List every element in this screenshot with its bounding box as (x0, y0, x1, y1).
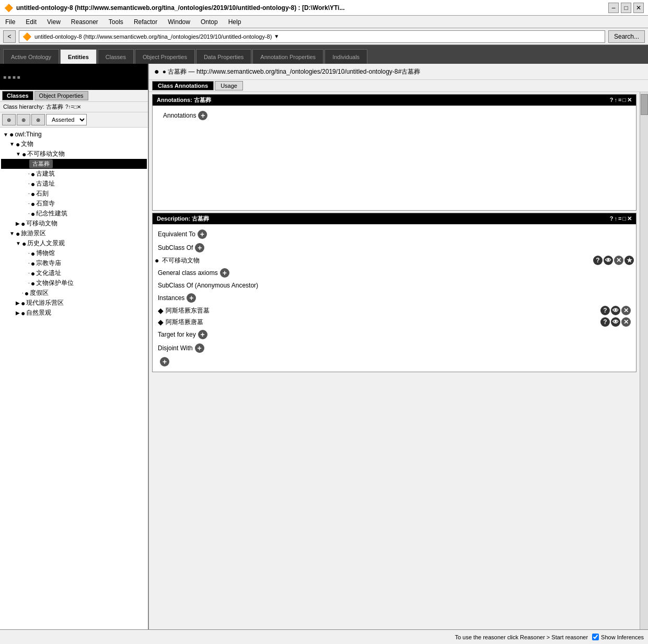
disjoint-with-row: Disjoint With + (153, 341, 636, 355)
tab-data-properties[interactable]: Data Properties (196, 49, 251, 64)
window-title: untitled-ontology-8 (http://www.semantic… (16, 4, 344, 12)
subclass-ctrl-x-0[interactable]: ✕ (614, 256, 623, 265)
tab-object-properties[interactable]: Object Properties (135, 49, 195, 64)
tree-item-bowuguan[interactable]: · ● 博物馆 (1, 248, 147, 258)
instances-add-button[interactable]: + (187, 293, 196, 303)
tree-item-shike[interactable]: · ● 石刻 (1, 189, 147, 199)
show-inferences-checkbox[interactable] (592, 634, 599, 640)
tab-active-ontology[interactable]: Active Ontology (3, 49, 59, 64)
add-sibling-button[interactable]: ⊕ (17, 114, 30, 125)
menu-reasoner[interactable]: Reasoner (69, 17, 100, 27)
bottom-add-button[interactable]: + (160, 357, 169, 366)
instance-ctrl-eye-1[interactable]: 👁 (611, 317, 620, 327)
tab-annotation-properties[interactable]: Annotation Properties (252, 49, 323, 64)
right-scrollbar[interactable] (640, 92, 648, 629)
tree-item-guyizhi[interactable]: · ● 古遗址 (1, 179, 147, 189)
arrow-ziran[interactable]: ▶ (16, 310, 20, 316)
annot-ctrl-q[interactable]: ? (610, 97, 614, 104)
subclass-ctrl-star-0[interactable]: ★ (624, 256, 634, 265)
arrow-xiandai[interactable]: ▶ (16, 300, 20, 306)
dot-xiandai: ● (21, 299, 25, 307)
maximize-button[interactable]: □ (621, 3, 631, 13)
add-subclass-button[interactable]: ⊕ (2, 114, 16, 125)
instance-ctrl-x-0[interactable]: ✕ (621, 306, 631, 315)
arrow-bukeyidong[interactable]: ▼ (16, 151, 21, 157)
tree-item-keyidong[interactable]: ▶ ● 可移动文物 (1, 218, 147, 228)
tree-item-lvyou[interactable]: ▼ ● 旅游景区 (1, 228, 147, 238)
tree-item-gujianzu[interactable]: · ● 古建筑 (1, 169, 147, 179)
arrow-lvyou[interactable]: ▼ (9, 231, 15, 236)
instance-left-1: ◆ 阿斯塔厥唐墓 (158, 318, 203, 327)
arrow-keyidong[interactable]: ▶ (16, 221, 20, 226)
menu-tools[interactable]: Tools (107, 17, 125, 27)
minimize-button[interactable]: – (608, 3, 619, 13)
instance-ctrl-q-1[interactable]: ? (600, 317, 610, 327)
tab-classes-left[interactable]: Classes (2, 91, 33, 100)
tree-item-bukeyidong[interactable]: ▼ ● 不可移动文物 (1, 149, 147, 159)
menu-window[interactable]: Window (166, 17, 192, 27)
delete-class-button[interactable]: ⊗ (31, 114, 45, 125)
tree-item-wenwu[interactable]: ▼ ● 文物 (1, 139, 147, 149)
annot-ctrl-eq[interactable]: = (618, 97, 621, 104)
back-button[interactable]: < (3, 30, 16, 43)
tab-obj-props-left[interactable]: Object Properties (34, 91, 88, 100)
tree-item-shikusi[interactable]: · ● 石窟寺 (1, 199, 147, 209)
annot-ctrl-up[interactable]: ↑ (614, 97, 617, 104)
desc-ctrl-eq[interactable]: = (618, 215, 621, 222)
hierarchy-controls[interactable]: ?↑=□✕ (65, 104, 81, 110)
menu-help[interactable]: Help (226, 17, 244, 27)
tree-item-jinianjianzu[interactable]: · ● 纪念性建筑 (1, 209, 147, 218)
annot-ctrl-x[interactable]: ✕ (627, 97, 632, 104)
tree-item-owlthing[interactable]: ▼ ● owl:Thing (1, 130, 147, 139)
tab-individuals[interactable]: Individuals (325, 49, 367, 64)
subclass-ctrl-eye-0[interactable]: 👁 (604, 256, 613, 265)
instance-ctrl-q-0[interactable]: ? (600, 306, 610, 315)
left-panel-header-text: ■ ■ ■ ■ (3, 74, 145, 80)
search-button[interactable]: Search... (608, 30, 645, 43)
right-content-area: Annotations: 古墓葬 ? ↑ = □ ✕ Annotations + (149, 92, 648, 629)
tab-usage[interactable]: Usage (215, 81, 243, 90)
arrow-lishi[interactable]: ▼ (16, 240, 21, 246)
tab-class-annotations[interactable]: Class Annotations (152, 81, 214, 90)
menu-file[interactable]: File (3, 17, 17, 27)
target-for-key-add-button[interactable]: + (198, 330, 207, 339)
tree-item-wenhua[interactable]: · ● 文化遗址 (1, 268, 147, 278)
tree-item-dujiaqu[interactable]: · ● 度假区 (1, 288, 147, 298)
label-dujiaqu: 度假区 (30, 289, 49, 297)
disjoint-with-add-button[interactable]: + (195, 343, 204, 353)
instance-ctrl-eye-0[interactable]: 👁 (611, 306, 620, 315)
tree-item-xiandai[interactable]: ▶ ● 现代游乐营区 (1, 298, 147, 308)
annotations-add-button[interactable]: + (198, 111, 207, 120)
desc-ctrl-q[interactable]: ? (610, 215, 614, 222)
instance-ctrl-x-1[interactable]: ✕ (621, 317, 631, 327)
close-button[interactable]: ✕ (633, 3, 644, 13)
scrollbar-thumb[interactable] (641, 94, 648, 115)
subclass-dot-0: ● (155, 256, 159, 264)
subclass-of-add-button[interactable]: + (195, 243, 204, 252)
subclass-ctrl-q-0[interactable]: ? (593, 256, 603, 265)
tab-entities[interactable]: Entities (60, 49, 97, 64)
tree-item-wenwubaohu[interactable]: · ● 文物保护单位 (1, 278, 147, 288)
general-class-add-button[interactable]: + (220, 268, 229, 278)
asserted-dropdown[interactable]: Asserted Inferred (46, 114, 87, 125)
subclass-of-row: SubClass Of + (153, 241, 636, 255)
url-dropdown[interactable]: ▼ (274, 33, 279, 39)
tree-item-ziran[interactable]: ▶ ● 自然景观 (1, 308, 147, 318)
desc-ctrl-x[interactable]: ✕ (627, 215, 632, 222)
menu-view[interactable]: View (45, 17, 63, 27)
desc-ctrl-up[interactable]: ↑ (614, 215, 617, 222)
menu-ontop[interactable]: Ontop (199, 17, 220, 27)
tree-item-zongjiao[interactable]: · ● 宗教寺庙 (1, 258, 147, 268)
desc-ctrl-box[interactable]: □ (622, 215, 626, 222)
menu-refactor[interactable]: Refactor (132, 17, 159, 27)
tree-item-gumuzan[interactable]: 古墓葬 (1, 159, 147, 169)
hierarchy-buttons: ⊕ ⊕ ⊗ Asserted Inferred (0, 112, 148, 128)
tab-classes[interactable]: Classes (98, 49, 134, 64)
annot-ctrl-box[interactable]: □ (622, 97, 626, 104)
arrow-wenwu[interactable]: ▼ (9, 141, 15, 147)
tree-item-lishi[interactable]: ▼ ● 历史人文景观 (1, 238, 147, 248)
menu-edit[interactable]: Edit (24, 17, 39, 27)
arrow-owlthing[interactable]: ▼ (3, 132, 8, 137)
dot-guyizhi: ● (31, 180, 35, 188)
equivalent-to-add-button[interactable]: + (198, 229, 207, 239)
